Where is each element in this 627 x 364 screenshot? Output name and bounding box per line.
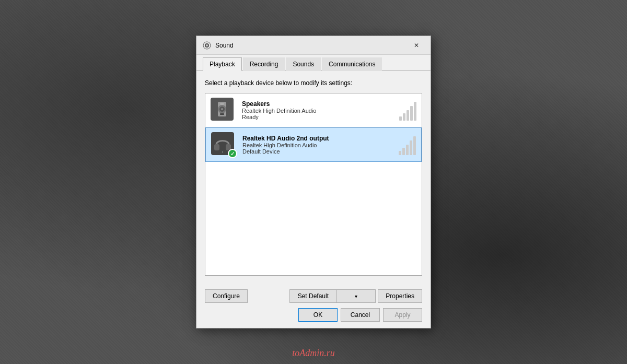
device-status-speakers: Ready (242, 114, 399, 120)
device-item-realtek2nd[interactable]: ✓ Realtek HD Audio 2nd output Realtek Hi… (205, 127, 422, 162)
device-info-realtek2nd: Realtek HD Audio 2nd output Realtek High… (242, 135, 399, 155)
set-default-button[interactable]: Set Default (289, 289, 336, 303)
svg-point-7 (221, 108, 223, 110)
apply-button[interactable]: Apply (383, 308, 422, 322)
title-bar: Sound ✕ (196, 36, 431, 55)
tab-playback[interactable]: Playback (203, 57, 242, 71)
svg-rect-9 (220, 113, 224, 115)
volume-indicator-speakers (399, 100, 416, 121)
device-driver-speakers: Realtek High Definition Audio (242, 108, 399, 114)
speakers-icon-wrap (211, 98, 236, 123)
tab-sounds[interactable]: Sounds (286, 57, 321, 71)
tab-recording[interactable]: Recording (243, 57, 285, 71)
default-badge: ✓ (228, 149, 237, 158)
svg-point-2 (206, 44, 208, 46)
speaker-icon (211, 98, 234, 121)
properties-button[interactable]: Properties (378, 289, 422, 303)
cancel-button[interactable]: Cancel (341, 308, 380, 322)
volume-indicator-realtek2nd (399, 134, 416, 155)
device-name-speakers: Speakers (242, 100, 399, 108)
dialog-title: Sound (215, 42, 409, 49)
sound-icon (203, 41, 211, 50)
headphone-icon-wrap: ✓ (211, 132, 236, 157)
device-list[interactable]: Speakers Realtek High Definition Audio R… (205, 93, 422, 276)
tab-content: Select a playback device below to modify… (196, 71, 431, 284)
set-default-group: Set Default ▾ Properties (289, 289, 422, 303)
device-status-realtek2nd: Default Device (242, 148, 399, 155)
device-action-row: Configure Set Default ▾ Properties (196, 284, 431, 303)
ok-button[interactable]: OK (298, 308, 338, 322)
close-button[interactable]: ✕ (404, 38, 428, 53)
device-driver-realtek2nd: Realtek High Definition Audio (242, 142, 399, 148)
tabs-bar: Playback Recording Sounds Communications (196, 55, 431, 71)
configure-button[interactable]: Configure (205, 289, 248, 303)
device-info-speakers: Speakers Realtek High Definition Audio R… (242, 100, 399, 120)
instruction-text: Select a playback device below to modify… (205, 79, 422, 87)
watermark: toAdmin.ru (0, 348, 627, 359)
device-item-speakers[interactable]: Speakers Realtek High Definition Audio R… (205, 93, 422, 127)
svg-rect-8 (220, 103, 224, 105)
sound-dialog: Sound ✕ Playback Recording Sounds Commun… (196, 36, 431, 328)
set-default-dropdown-button[interactable]: ▾ (336, 289, 376, 303)
svg-rect-11 (214, 144, 219, 150)
tab-communications[interactable]: Communications (322, 57, 382, 71)
dialog-action-row: OK Cancel Apply (196, 303, 431, 328)
device-name-realtek2nd: Realtek HD Audio 2nd output (242, 135, 399, 142)
